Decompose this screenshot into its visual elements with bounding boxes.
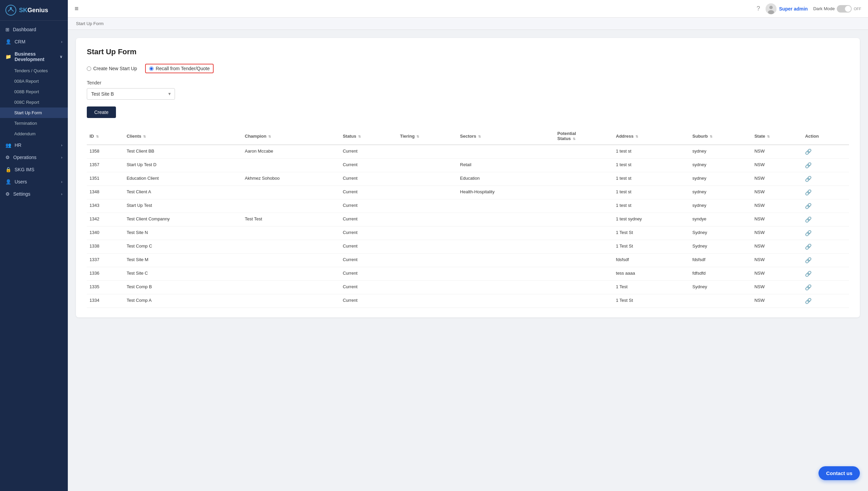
edit-link[interactable]: 🔗 xyxy=(805,176,812,182)
cell-address: 1 test st xyxy=(613,159,690,172)
table-row: 1335 Test Comp B Current 1 Test Sydney N… xyxy=(87,281,849,294)
cell-champion xyxy=(242,267,340,281)
sidebar-item-addendum[interactable]: Addendum xyxy=(0,129,68,139)
sidebar-item-business-development[interactable]: 📁 Business Development ∨ xyxy=(0,48,68,65)
sidebar-item-label: HR xyxy=(15,142,21,148)
sidebar-item-crm[interactable]: 👤 CRM › xyxy=(0,36,68,48)
sort-icon[interactable]: ⇅ xyxy=(143,135,146,138)
radio-recall-text: Recall from Tender/Quote xyxy=(156,66,210,71)
cell-id: 1342 xyxy=(87,213,124,227)
sidebar-item-hr[interactable]: 👥 HR › xyxy=(0,139,68,151)
cell-state: NSW xyxy=(752,240,803,254)
sidebar-item-label: Users xyxy=(15,179,27,184)
cell-address: 1 Test St xyxy=(613,240,690,254)
edit-link[interactable]: 🔗 xyxy=(805,271,812,277)
radio-create-label[interactable]: Create New Start Up xyxy=(87,66,137,71)
sidebar-item-label: Business Development xyxy=(15,51,56,62)
svg-point-3 xyxy=(769,6,773,9)
contact-us-button[interactable]: Contact us xyxy=(818,466,860,480)
sidebar-item-008c-report[interactable]: 008C Report xyxy=(0,97,68,107)
edit-link[interactable]: 🔗 xyxy=(805,298,812,304)
breadcrumb: Start Up Form xyxy=(68,18,868,30)
main-card: Start Up Form Create New Start Up Recall… xyxy=(76,38,860,317)
sidebar-item-start-up-form[interactable]: Start Up Form xyxy=(0,107,68,118)
cell-action: 🔗 xyxy=(802,213,849,227)
table-row: 1343 Start Up Test Current 1 test st syd… xyxy=(87,199,849,213)
radio-create[interactable] xyxy=(87,66,91,71)
sidebar-item-operations[interactable]: ⚙ Operations › xyxy=(0,151,68,163)
cell-tiering xyxy=(397,294,457,308)
cell-address: tess aaaa xyxy=(613,267,690,281)
cell-action: 🔗 xyxy=(802,267,849,281)
sort-icon[interactable]: ⇅ xyxy=(767,135,770,138)
chevron-right-icon: › xyxy=(61,143,62,147)
edit-link[interactable]: 🔗 xyxy=(805,230,812,236)
sort-icon[interactable]: ⇅ xyxy=(478,135,481,138)
cell-action: 🔗 xyxy=(802,186,849,199)
radio-recall-label[interactable]: Recall from Tender/Quote xyxy=(145,64,214,73)
dark-mode-toggle[interactable]: Dark Mode OFF xyxy=(813,5,861,13)
chevron-down-icon: ∨ xyxy=(60,55,62,59)
chevron-right-icon: › xyxy=(61,192,62,196)
cell-state: NSW xyxy=(752,186,803,199)
cell-sectors: Education xyxy=(457,172,555,186)
sort-icon[interactable]: ⇅ xyxy=(96,135,99,138)
toggle-switch[interactable] xyxy=(837,5,852,13)
cell-champion xyxy=(242,159,340,172)
cell-status: Current xyxy=(340,294,397,308)
cell-potential-status xyxy=(555,281,613,294)
sidebar-item-settings[interactable]: ⚙ Settings › xyxy=(0,188,68,200)
cell-potential-status xyxy=(555,254,613,267)
sort-icon[interactable]: ⇅ xyxy=(573,137,575,141)
topbar: ≡ ? Super admin Dark Mode OFF xyxy=(68,0,868,18)
user-menu[interactable]: Super admin xyxy=(766,3,808,14)
sidebar-item-users[interactable]: 👤 Users › xyxy=(0,176,68,188)
sidebar: SKGenius ⊞ Dashboard 👤 CRM › 📁 Business … xyxy=(0,0,68,491)
edit-link[interactable]: 🔗 xyxy=(805,149,812,155)
cell-potential-status xyxy=(555,240,613,254)
cell-id: 1357 xyxy=(87,159,124,172)
sidebar-item-tenders-quotes[interactable]: Tenders / Quotes xyxy=(0,65,68,76)
menu-toggle-button[interactable]: ≡ xyxy=(75,5,79,13)
sidebar-item-skg-ims[interactable]: 🔒 SKG IMS xyxy=(0,163,68,176)
sort-icon[interactable]: ⇅ xyxy=(710,135,712,138)
cell-champion: Akhmez Sohoboo xyxy=(242,172,340,186)
cell-state: NSW xyxy=(752,145,803,159)
edit-link[interactable]: 🔗 xyxy=(805,284,812,290)
radio-group: Create New Start Up Recall from Tender/Q… xyxy=(87,64,849,73)
cell-champion: Test Test xyxy=(242,213,340,227)
svg-point-4 xyxy=(768,10,774,14)
sort-icon[interactable]: ⇅ xyxy=(635,135,638,138)
sidebar-item-dashboard[interactable]: ⊞ Dashboard xyxy=(0,23,68,36)
radio-recall[interactable] xyxy=(149,66,154,71)
sidebar-item-008b-report[interactable]: 008B Report xyxy=(0,86,68,97)
edit-link[interactable]: 🔗 xyxy=(805,190,812,195)
create-button[interactable]: Create xyxy=(87,106,116,118)
help-icon[interactable]: ? xyxy=(757,5,760,12)
logo[interactable]: SKGenius xyxy=(0,0,68,21)
sidebar-item-008a-report[interactable]: 008A Report xyxy=(0,76,68,86)
sidebar-item-termination[interactable]: Termination xyxy=(0,118,68,129)
cell-state: NSW xyxy=(752,294,803,308)
edit-link[interactable]: 🔗 xyxy=(805,203,812,209)
edit-link[interactable]: 🔗 xyxy=(805,217,812,222)
page-title: Start Up Form xyxy=(87,47,849,56)
cell-tiering xyxy=(397,267,457,281)
edit-link[interactable]: 🔗 xyxy=(805,244,812,250)
col-potential-status: PotentialStatus ⇅ xyxy=(555,127,613,145)
tender-select[interactable]: Test Site B Test Site A Test Site C xyxy=(87,88,175,100)
cell-state: NSW xyxy=(752,254,803,267)
cell-champion xyxy=(242,199,340,213)
edit-link[interactable]: 🔗 xyxy=(805,257,812,263)
cell-sectors: Health-Hospitality xyxy=(457,186,555,199)
sort-icon[interactable]: ⇅ xyxy=(358,135,361,138)
sort-icon[interactable]: ⇅ xyxy=(268,135,271,138)
cell-champion xyxy=(242,227,340,240)
table-row: 1357 Start Up Test D Current Retail 1 te… xyxy=(87,159,849,172)
main-content: ≡ ? Super admin Dark Mode OFF Start Up F… xyxy=(68,0,868,491)
logo-text: SKGenius xyxy=(19,7,48,14)
edit-link[interactable]: 🔗 xyxy=(805,162,812,168)
cell-client: Test Comp B xyxy=(124,281,242,294)
sort-icon[interactable]: ⇅ xyxy=(416,135,419,138)
cell-sectors xyxy=(457,199,555,213)
